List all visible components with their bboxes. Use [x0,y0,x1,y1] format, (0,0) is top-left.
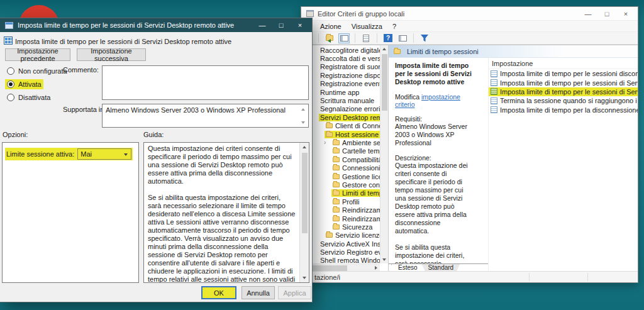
filter-icon[interactable] [419,33,430,43]
tree-item-content: Servizio licenze Deskt [325,231,380,239]
export-list-icon[interactable] [360,33,372,43]
tree-item[interactable]: Connessioni [303,163,380,172]
tree-item[interactable]: Registrazione dispositivi [303,71,380,79]
help-label: Guida: [143,131,164,138]
tree-item[interactable]: Gestore connessi [303,180,380,189]
settings-list-item[interactable]: Imposta limite di tempo per le sessioni … [489,78,638,87]
tree-item[interactable]: Raccoglitore digitale [303,46,380,54]
settings-list-item[interactable]: Termina la sessione quando si raggiungon… [489,96,638,105]
tree-item[interactable]: Segnalazione errori Wind [303,105,380,113]
list-column-header[interactable]: Impostazione [489,58,638,69]
tree-item[interactable]: Client di Connession [303,122,380,130]
dialog-title: Imposta limite di tempo per le sessioni … [18,21,234,29]
tree-item[interactable]: Host sessione di Desk [303,130,380,138]
minimize-icon[interactable]: — [253,18,272,32]
settings-list-item[interactable]: Imposta limite di tempo per le sessioni … [489,69,638,78]
folder-icon [326,132,333,137]
close-icon[interactable]: × [616,7,635,21]
setting-label: Imposta limite di tempo per le sessioni … [500,70,638,77]
tree-item[interactable]: Registrazione eventi [303,80,380,88]
minimize-icon[interactable]: — [579,7,597,21]
description-text: Questa impostazione dei criteri consente… [395,162,475,263]
tree-item[interactable]: Servizio licenze Deskt [303,231,380,240]
tree-item[interactable]: Shell remota Windows [303,257,380,263]
next-setting-button[interactable]: Impostazione successiva [77,48,146,61]
back-icon[interactable] [324,33,335,43]
tree-item-content: Limiti di tempo s [331,189,380,197]
tree-item-content: Gestione licenze [331,173,380,180]
setting-label: Termina la sessione quando si raggiungon… [500,97,638,104]
maximize-icon[interactable]: □ [272,18,291,32]
close-icon[interactable]: × [291,18,309,32]
gpedit-window-title: Editor Criteri di gruppo locali [318,10,404,18]
tree-item[interactable]: Reindirizzamento [303,206,380,214]
show-console-tree-icon[interactable] [338,33,350,43]
setting-label: Imposta limite di tempo per le sessioni … [500,79,638,87]
comment-textarea[interactable] [102,65,309,100]
help-scrollbar[interactable] [299,143,309,282]
tree-item[interactable]: Cartelle temporan [303,147,380,155]
new-window-icon[interactable] [397,33,408,43]
folder-icon [394,49,401,54]
policy-setting-icon [491,70,497,77]
tree-item[interactable]: Profili [303,197,380,206]
console-window-icon [306,10,314,17]
gpedit-titlebar: Editor Criteri di gruppo locali — □ × [301,7,638,21]
status-separator [529,273,530,281]
tree-item-content: Compatibilità tra [331,156,380,163]
tree-item-label: Gestione licenze [342,173,380,180]
radio-disattivata[interactable]: Disattivata [5,92,52,102]
console-tree-panel: Raccoglitore digitaleRaccolta dati e ver… [303,45,389,272]
tree-item[interactable]: Servizio Registro eventi [303,248,380,256]
radio-non-configurata[interactable]: Non configurata [5,66,69,76]
radio-label: Disattivata [18,94,50,101]
tree-item[interactable]: ›Ambiente session [303,138,380,147]
tree-item-label: Servizio ActiveX Installer [320,240,380,248]
session-limit-dropdown[interactable]: Mai [77,148,131,160]
scroll-up-icon[interactable] [301,108,305,111]
radio-attivata[interactable]: Attivata [5,79,43,89]
supported-on-box[interactable]: Almeno Windows Server 2003 o Windows XP … [102,104,309,128]
menu-help[interactable]: ? [387,23,401,30]
tree-item[interactable]: Runtime app [303,88,380,96]
tree-item[interactable]: Gestione licenze [303,172,380,180]
pane-header: Limiti di tempo sessioni [389,45,638,58]
apply-button[interactable]: Applica [278,286,311,299]
session-limit-setting: Limite sessione attiva: Mai [5,148,133,160]
menu-visualizza[interactable]: Visualizza [347,23,387,30]
folder-icon [333,157,340,162]
tree-item-label: Compatibilità tra [342,156,380,163]
scroll-down-icon[interactable] [301,121,305,124]
maximize-icon[interactable]: □ [597,7,616,21]
settings-list-item[interactable]: Imposta limite di tempo per la disconnes… [489,106,638,114]
help-icon[interactable]: ? [382,33,394,43]
cancel-button[interactable]: Annulla [242,286,275,299]
chevron-right-icon[interactable]: › [324,140,331,146]
menu-azione[interactable]: Azione [315,23,347,30]
tree-item[interactable]: Raccolta dati e versioni d [303,54,380,62]
scrollbar-thumb[interactable] [382,54,387,111]
toolbar-separator [377,33,377,43]
tree-item[interactable]: Reindirizzamento [303,214,380,223]
tree-item-label: Raccolta dati e versioni d [320,55,380,62]
settings-list-item[interactable]: Imposta limite di tempo per le sessioni … [489,87,638,96]
scroll-up-icon[interactable] [303,146,306,148]
ok-button[interactable]: OK [201,286,236,299]
tree-item[interactable]: Compatibilità tra [303,155,380,163]
scroll-up-icon[interactable] [382,48,386,50]
scroll-right-icon[interactable] [375,266,377,270]
scrollbar-thumb[interactable] [302,153,308,233]
scroll-down-icon[interactable] [303,277,306,279]
tree-item[interactable]: Servizio ActiveX Installer [303,240,380,248]
menubar: Azione Visualizza ? [301,21,638,32]
tree-vertical-scrollbar[interactable] [380,45,388,263]
folder-icon [333,140,340,145]
folder-icon [333,165,340,170]
scroll-down-icon[interactable] [382,258,386,261]
previous-setting-button[interactable]: Impostazione precedente [5,48,70,61]
tree-item[interactable]: Servizi Desktop remoto [303,113,380,121]
tree-item[interactable]: Sicurezza [303,223,380,231]
tree-item[interactable]: Limiti di tempo s [303,189,380,197]
tree-item[interactable]: Registratore di suoni [303,63,380,71]
tree-item[interactable]: Scrittura manuale [303,96,380,104]
